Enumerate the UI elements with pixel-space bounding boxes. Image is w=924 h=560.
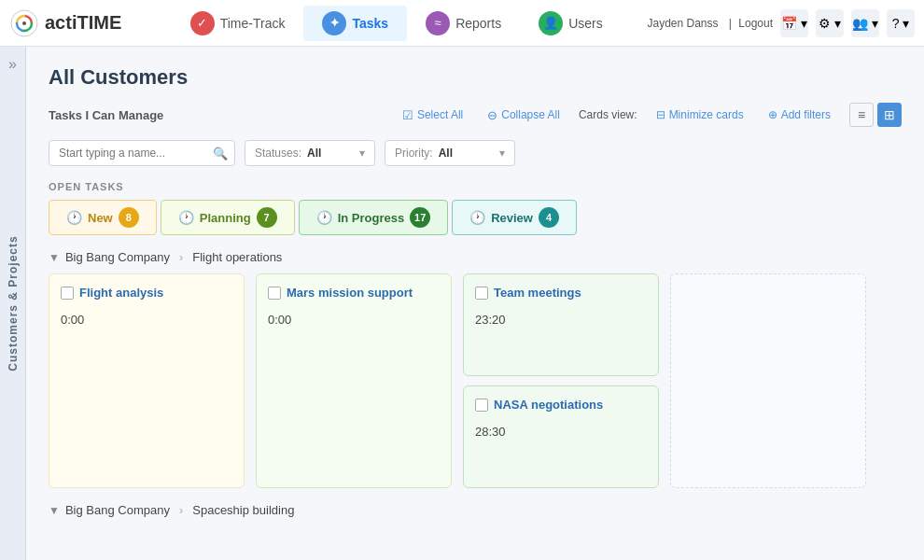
group-collapse-icon: ▼ (49, 251, 60, 264)
in-progress-badge: 17 (410, 207, 430, 228)
sidebar-label: Customers & Projects (7, 235, 20, 371)
card-title: Mars mission support (287, 286, 413, 301)
calendar-btn[interactable]: 📅 ▾ (780, 9, 808, 37)
minimize-icon: ⊟ (656, 108, 665, 121)
review-clock-icon: 🕐 (469, 210, 485, 225)
card-flight-analysis[interactable]: Flight analysis 0:00 (49, 273, 245, 488)
nav-right: Jayden Danss | Logout 📅 ▾ ⚙ ▾ 👥 ▾ ? ▾ (643, 9, 915, 37)
planning-clock-icon: 🕐 (178, 210, 194, 225)
add-filters-btn[interactable]: ⊕ Add filters (763, 105, 836, 124)
new-badge: 8 (119, 207, 139, 228)
card-checkbox[interactable] (475, 399, 488, 412)
cards-grid-flight: Flight analysis 0:00 Mars mission suppor… (49, 273, 902, 488)
filter-icon: ⊕ (768, 108, 777, 121)
select-all-icon: ☑ (402, 108, 413, 122)
search-wrap: 🔍 (49, 140, 235, 166)
settings-btn[interactable]: ⚙ ▾ (816, 9, 844, 37)
nav-users[interactable]: 👤 Users (520, 6, 622, 41)
grid-view-btn[interactable]: ⊞ (877, 103, 902, 127)
nav-reports[interactable]: ≈ Reports (407, 6, 520, 41)
time-track-icon: ✓ (190, 11, 215, 35)
layout: » Customers & Projects All Customers Tas… (0, 47, 924, 560)
priority-value: All (439, 147, 494, 160)
tab-new[interactable]: 🕐 New 8 (49, 200, 157, 235)
priority-filter[interactable]: Priority: All ▾ (385, 140, 515, 166)
search-icon: 🔍 (213, 147, 228, 161)
priority-label: Priority: (395, 147, 433, 160)
users-icon: 👤 (539, 11, 563, 35)
list-view-btn[interactable]: ≡ (849, 103, 874, 127)
open-tasks-label: OPEN TASKS (49, 181, 902, 192)
nav-tasks[interactable]: ✦ Tasks (303, 6, 407, 41)
minimize-cards-btn[interactable]: ⊟ Minimize cards (651, 105, 749, 124)
card-mars-mission[interactable]: Mars mission support 0:00 (256, 273, 452, 488)
logo-text: actiTIME (45, 12, 121, 34)
select-all-btn[interactable]: ☑ Select All (397, 105, 469, 125)
cards-view-label: Cards view: (579, 108, 637, 121)
tab-in-progress[interactable]: 🕐 In Progress 17 (299, 200, 449, 235)
card-header: Team meetings (475, 286, 647, 301)
card-checkbox[interactable] (268, 287, 281, 300)
team-btn[interactable]: 👥 ▾ (851, 9, 879, 37)
logo[interactable]: actiTIME (9, 8, 131, 38)
top-nav: actiTIME ✓ Time-Track ✦ Tasks ≈ Reports … (0, 0, 924, 47)
card-header: Flight analysis (61, 286, 232, 301)
card-nasa-negotiations[interactable]: NASA negotiations 28:30 (463, 385, 659, 488)
card-team-meetings[interactable]: Team meetings 23:20 (463, 273, 659, 376)
tab-planning[interactable]: 🕐 Planning 7 (161, 200, 295, 235)
tab-review[interactable]: 🕐 Review 4 (452, 200, 577, 235)
status-filter[interactable]: Statuses: All ▾ (245, 140, 375, 166)
planning-badge: 7 (257, 207, 277, 228)
card-checkbox[interactable] (61, 287, 74, 300)
card-time: 23:20 (475, 313, 647, 327)
review-badge: 4 (539, 207, 559, 228)
logout-link[interactable]: Logout (738, 17, 773, 30)
card-title: Flight analysis (79, 286, 163, 301)
status-arrow: ▾ (359, 147, 365, 160)
card-column-3: Team meetings 23:20 NASA negotiations 28… (463, 273, 659, 488)
page-title: All Customers (49, 65, 902, 90)
help-btn[interactable]: ? ▾ (887, 9, 915, 37)
svg-point-1 (22, 21, 26, 25)
card-time: 0:00 (61, 313, 232, 327)
status-value: All (307, 147, 354, 160)
card-title: NASA negotiations (494, 398, 603, 413)
tasks-manage-label: Tasks I Can Manage (49, 108, 163, 122)
sidebar: » Customers & Projects (0, 47, 26, 560)
filters-row: 🔍 Statuses: All ▾ Priority: All ▾ (49, 140, 902, 166)
sidebar-toggle[interactable]: » (8, 56, 17, 73)
in-progress-clock-icon: 🕐 (316, 210, 332, 225)
nav-center: ✓ Time-Track ✦ Tasks ≈ Reports 👤 Users (149, 6, 643, 41)
group-header-spaceship[interactable]: ▼ Big Bang Company › Spaceship building (49, 503, 902, 517)
main-content: All Customers Tasks I Can Manage ☑ Selec… (26, 47, 924, 560)
collapse-icon: ⊖ (487, 108, 497, 122)
new-clock-icon: 🕐 (66, 210, 82, 225)
status-tabs: 🕐 New 8 🕐 Planning 7 🕐 In Progress 17 🕐 … (49, 200, 902, 235)
card-time: 0:00 (268, 313, 440, 327)
search-input[interactable] (49, 140, 235, 166)
status-label: Statuses: (255, 147, 301, 160)
card-time: 28:30 (475, 425, 647, 439)
group-collapse-icon-2: ▼ (49, 504, 60, 517)
toolbar: Tasks I Can Manage ☑ Select All ⊖ Collap… (49, 103, 902, 127)
card-checkbox[interactable] (475, 287, 488, 300)
view-toggle: ≡ ⊞ (849, 103, 902, 127)
card-header: Mars mission support (268, 286, 440, 301)
user-info: Jayden Danss | Logout (643, 17, 773, 30)
reports-icon: ≈ (426, 11, 450, 35)
nav-time-track[interactable]: ✓ Time-Track (172, 6, 304, 41)
group-header-flight[interactable]: ▼ Big Bang Company › Flight operations (49, 250, 902, 264)
group-spaceship: ▼ Big Bang Company › Spaceship building (49, 503, 902, 517)
collapse-all-btn[interactable]: ⊖ Collapse All (482, 105, 566, 125)
tasks-icon: ✦ (322, 11, 346, 35)
card-title: Team meetings (494, 286, 581, 301)
card-header: NASA negotiations (475, 398, 647, 413)
group-flight-ops: ▼ Big Bang Company › Flight operations F… (49, 250, 902, 488)
card-empty-4 (670, 273, 866, 488)
priority-arrow: ▾ (499, 147, 505, 160)
